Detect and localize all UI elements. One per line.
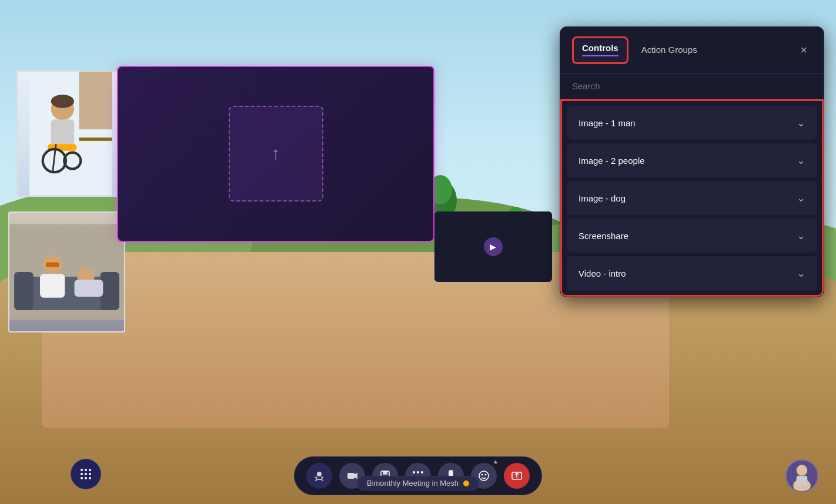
svg-rect-24 bbox=[40, 274, 65, 298]
tab-action-groups[interactable]: Action Groups bbox=[633, 40, 705, 61]
svg-point-35 bbox=[85, 477, 87, 479]
svg-rect-56 bbox=[797, 476, 808, 486]
svg-rect-18 bbox=[79, 137, 112, 141]
meeting-status-dot bbox=[463, 481, 469, 486]
svg-point-54 bbox=[797, 465, 808, 476]
search-input[interactable] bbox=[572, 81, 812, 91]
list-item-image-1-man[interactable]: Image - 1 man ⌄ bbox=[567, 106, 817, 140]
upload-arrow-icon: ↑ bbox=[271, 143, 280, 164]
svg-rect-10 bbox=[79, 72, 112, 129]
share-button[interactable] bbox=[504, 463, 530, 489]
chevron-down-icon-image-dog: ⌄ bbox=[797, 191, 805, 204]
user-avatar-button[interactable] bbox=[785, 459, 818, 492]
close-button[interactable]: × bbox=[795, 41, 812, 59]
vr-scene: ↑ ▶ Controls Action Groups × Image - 1 m… bbox=[0, 0, 836, 504]
list-item-label-image-dog: Image - dog bbox=[578, 193, 626, 203]
list-item-label-screenshare: Screenshare bbox=[578, 231, 628, 241]
small-video-panel[interactable]: ▶ bbox=[434, 211, 551, 282]
list-item-image-dog[interactable]: Image - dog ⌄ bbox=[567, 181, 817, 215]
user-avatar-image bbox=[787, 459, 817, 491]
play-button[interactable]: ▶ bbox=[484, 237, 503, 256]
svg-point-50 bbox=[485, 474, 487, 476]
svg-point-31 bbox=[81, 473, 83, 475]
svg-point-30 bbox=[89, 469, 91, 471]
media-icon bbox=[346, 470, 358, 482]
chevron-down-icon-image-2-people: ⌄ bbox=[797, 154, 805, 167]
search-bar bbox=[560, 74, 824, 99]
svg-marker-41 bbox=[355, 473, 357, 479]
emoji-chevron-up: ▲ bbox=[493, 458, 499, 465]
list-item-image-2-people[interactable]: Image - 2 people ⌄ bbox=[567, 143, 817, 177]
svg-point-38 bbox=[315, 476, 317, 479]
svg-point-12 bbox=[51, 95, 74, 107]
list-item-video-intro[interactable]: Video - intro ⌄ bbox=[567, 256, 817, 290]
avatar-button[interactable] bbox=[306, 463, 332, 489]
presentation-screen[interactable]: ↑ bbox=[117, 66, 434, 242]
avatar-icon bbox=[313, 469, 326, 482]
chevron-down-icon-image-1-man: ⌄ bbox=[797, 116, 805, 129]
toolbar-area: ▲ bbox=[294, 456, 542, 495]
list-item-label-video-intro: Video - intro bbox=[578, 268, 626, 278]
svg-point-39 bbox=[321, 476, 323, 479]
svg-point-49 bbox=[481, 474, 483, 476]
items-list: Image - 1 man ⌄ Image - 2 people ⌄ Image… bbox=[560, 99, 824, 297]
photo-frame-couch bbox=[8, 211, 125, 332]
upload-area[interactable]: ↑ bbox=[229, 106, 323, 201]
svg-point-37 bbox=[317, 472, 322, 476]
svg-rect-43 bbox=[383, 471, 387, 475]
svg-point-32 bbox=[85, 473, 87, 475]
svg-rect-27 bbox=[46, 263, 59, 267]
wheelchair-person-image bbox=[18, 72, 124, 196]
svg-rect-26 bbox=[75, 280, 103, 297]
meeting-badge: Bimonthly Meeting in Mesh bbox=[357, 476, 479, 490]
share-icon bbox=[511, 470, 523, 482]
emoji-icon bbox=[478, 470, 490, 482]
list-item-label-image-2-people: Image - 2 people bbox=[578, 156, 645, 166]
chevron-down-icon-screenshare: ⌄ bbox=[797, 229, 805, 242]
meeting-title: Bimonthly Meeting in Mesh bbox=[367, 479, 459, 488]
list-item-screenshare[interactable]: Screenshare ⌄ bbox=[567, 219, 817, 253]
list-item-label-image-1-man: Image - 1 man bbox=[578, 118, 636, 128]
controls-panel: Controls Action Groups × Image - 1 man ⌄… bbox=[560, 26, 824, 297]
grid-icon bbox=[79, 468, 92, 481]
photo-frame-wheelchair bbox=[16, 70, 125, 197]
svg-point-33 bbox=[89, 473, 91, 475]
svg-rect-40 bbox=[347, 473, 355, 479]
svg-point-34 bbox=[81, 477, 83, 479]
svg-point-36 bbox=[89, 477, 91, 479]
chevron-down-icon-video-intro: ⌄ bbox=[797, 267, 805, 280]
more-dots bbox=[413, 471, 423, 473]
panel-header: Controls Action Groups × bbox=[560, 27, 824, 74]
svg-rect-21 bbox=[14, 272, 34, 310]
couch-people-image bbox=[9, 213, 124, 331]
tab-controls-underline bbox=[582, 55, 618, 56]
grid-button[interactable] bbox=[71, 459, 101, 489]
tab-action-groups-label: Action Groups bbox=[641, 45, 697, 55]
svg-point-28 bbox=[81, 469, 83, 471]
tab-controls-label: Controls bbox=[582, 43, 618, 53]
svg-point-29 bbox=[85, 469, 87, 471]
svg-rect-13 bbox=[51, 120, 74, 149]
svg-point-48 bbox=[479, 471, 489, 481]
tab-controls[interactable]: Controls bbox=[572, 36, 628, 64]
